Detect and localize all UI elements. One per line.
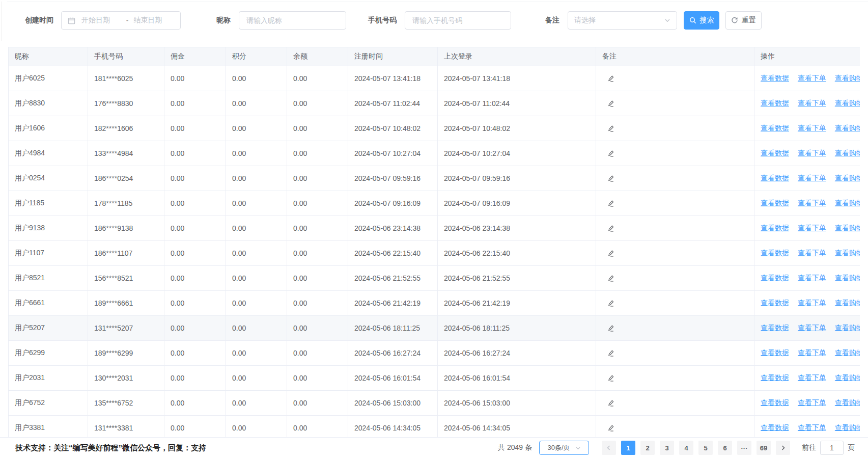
table-row: 用户6299 189****6299 0.00 0.00 0.00 2024-0…	[9, 341, 860, 366]
view-cart-link[interactable]: 查看购物车	[835, 74, 860, 82]
view-orders-link[interactable]: 查看下单	[798, 274, 826, 282]
cell-phone: 130****2031	[88, 366, 164, 391]
view-orders-link[interactable]: 查看下单	[798, 299, 826, 307]
nickname-input[interactable]	[239, 11, 346, 30]
view-orders-link[interactable]: 查看下单	[798, 348, 826, 357]
edit-remark-icon[interactable]	[607, 200, 615, 207]
view-orders-link[interactable]: 查看下单	[798, 199, 826, 207]
view-cart-link[interactable]: 查看购物车	[835, 324, 860, 332]
view-data-link[interactable]: 查看数据	[761, 174, 789, 182]
view-data-link[interactable]: 查看数据	[761, 398, 789, 407]
view-data-link[interactable]: 查看数据	[761, 224, 789, 232]
view-data-link[interactable]: 查看数据	[761, 299, 789, 307]
end-date-placeholder[interactable]: 结束日期	[131, 16, 175, 25]
view-cart-link[interactable]: 查看购物车	[835, 373, 860, 382]
edit-remark-icon[interactable]	[607, 175, 615, 182]
col-header-balance: 余额	[287, 47, 348, 66]
view-data-link[interactable]: 查看数据	[761, 99, 789, 107]
edit-remark-icon[interactable]	[607, 325, 615, 332]
edit-remark-icon[interactable]	[607, 125, 615, 132]
view-cart-link[interactable]: 查看购物车	[835, 174, 860, 182]
edit-remark-icon[interactable]	[607, 150, 615, 157]
view-orders-link[interactable]: 查看下单	[798, 423, 826, 432]
cell-actions: 查看数据 查看下单 查看购物车	[754, 141, 860, 166]
cell-phone: 186****0254	[88, 166, 164, 191]
view-data-link[interactable]: 查看数据	[761, 423, 789, 432]
view-data-link[interactable]: 查看数据	[761, 249, 789, 257]
view-data-link[interactable]: 查看数据	[761, 74, 789, 82]
edit-remark-icon[interactable]	[607, 399, 615, 407]
cell-remark	[596, 416, 754, 438]
cell-actions: 查看数据 查看下单 查看购物车	[754, 416, 860, 438]
view-orders-link[interactable]: 查看下单	[798, 398, 826, 407]
view-data-link[interactable]: 查看数据	[761, 124, 789, 132]
view-orders-link[interactable]: 查看下单	[798, 124, 826, 132]
last-page-button[interactable]: 69	[757, 441, 771, 455]
cell-nickname: 用户6299	[9, 341, 88, 366]
view-orders-link[interactable]: 查看下单	[798, 224, 826, 232]
table-row: 用户6661 189****6661 0.00 0.00 0.00 2024-0…	[9, 291, 860, 316]
page-number-button[interactable]: 3	[660, 441, 674, 455]
view-data-link[interactable]: 查看数据	[761, 199, 789, 207]
cell-balance: 0.00	[287, 241, 348, 266]
remark-select[interactable]: 请选择	[568, 11, 677, 30]
cell-remark	[596, 341, 754, 366]
phone-input[interactable]	[405, 11, 511, 30]
view-orders-link[interactable]: 查看下单	[798, 324, 826, 332]
prev-page-button[interactable]	[602, 441, 616, 455]
view-data-link[interactable]: 查看数据	[761, 274, 789, 282]
edit-remark-icon[interactable]	[607, 275, 615, 282]
next-page-button[interactable]	[776, 441, 790, 455]
page-number-button[interactable]: 5	[698, 441, 713, 455]
view-orders-link[interactable]: 查看下单	[798, 99, 826, 107]
more-pages-button[interactable]: ···	[737, 441, 751, 455]
page-number-button[interactable]: 1	[621, 441, 635, 455]
cell-commission: 0.00	[164, 141, 226, 166]
cell-balance: 0.00	[287, 366, 348, 391]
col-header-register-time: 注册时间	[348, 47, 438, 66]
page-number-button[interactable]: 6	[718, 441, 732, 455]
reset-button[interactable]: 重置	[725, 11, 762, 30]
view-data-link[interactable]: 查看数据	[761, 348, 789, 357]
edit-remark-icon[interactable]	[607, 374, 615, 382]
date-range-picker[interactable]: 开始日期 - 结束日期	[61, 11, 181, 30]
edit-remark-icon[interactable]	[607, 100, 615, 107]
view-data-link[interactable]: 查看数据	[761, 324, 789, 332]
view-cart-link[interactable]: 查看购物车	[835, 199, 860, 207]
view-orders-link[interactable]: 查看下单	[798, 149, 826, 157]
view-orders-link[interactable]: 查看下单	[798, 249, 826, 257]
view-orders-link[interactable]: 查看下单	[798, 74, 826, 82]
edit-remark-icon[interactable]	[607, 75, 615, 83]
page-number-button[interactable]: 2	[640, 441, 655, 455]
edit-remark-icon[interactable]	[607, 225, 615, 232]
view-cart-link[interactable]: 查看购物车	[835, 149, 860, 157]
view-cart-link[interactable]: 查看购物车	[835, 299, 860, 307]
view-cart-link[interactable]: 查看购物车	[835, 124, 860, 132]
edit-remark-icon[interactable]	[607, 300, 615, 307]
view-orders-link[interactable]: 查看下单	[798, 174, 826, 182]
view-data-link[interactable]: 查看数据	[761, 373, 789, 382]
view-cart-link[interactable]: 查看购物车	[835, 423, 860, 432]
view-orders-link[interactable]: 查看下单	[798, 373, 826, 382]
search-button[interactable]: 搜索	[684, 11, 719, 30]
view-cart-link[interactable]: 查看购物车	[835, 274, 860, 282]
cell-register-time: 2024-05-07 09:59:16	[348, 166, 438, 191]
edit-remark-icon[interactable]	[607, 349, 615, 357]
view-cart-link[interactable]: 查看购物车	[835, 249, 860, 257]
view-cart-link[interactable]: 查看购物车	[835, 398, 860, 407]
goto-page-input[interactable]	[820, 441, 844, 455]
page-size-select[interactable]: 30条/页	[539, 441, 589, 455]
date-range-separator: -	[123, 16, 132, 24]
page-number-button[interactable]: 4	[679, 441, 693, 455]
start-date-placeholder[interactable]: 开始日期	[78, 16, 123, 25]
search-button-label: 搜索	[700, 16, 714, 25]
view-cart-link[interactable]: 查看购物车	[835, 99, 860, 107]
view-cart-link[interactable]: 查看购物车	[835, 224, 860, 232]
cell-last-login: 2024-05-06 21:42:19	[438, 291, 596, 316]
view-data-link[interactable]: 查看数据	[761, 149, 789, 157]
cell-last-login: 2024-05-07 10:48:02	[438, 116, 596, 141]
table-row: 用户4984 133****4984 0.00 0.00 0.00 2024-0…	[9, 141, 860, 166]
edit-remark-icon[interactable]	[607, 250, 615, 257]
view-cart-link[interactable]: 查看购物车	[835, 348, 860, 357]
edit-remark-icon[interactable]	[607, 424, 615, 432]
